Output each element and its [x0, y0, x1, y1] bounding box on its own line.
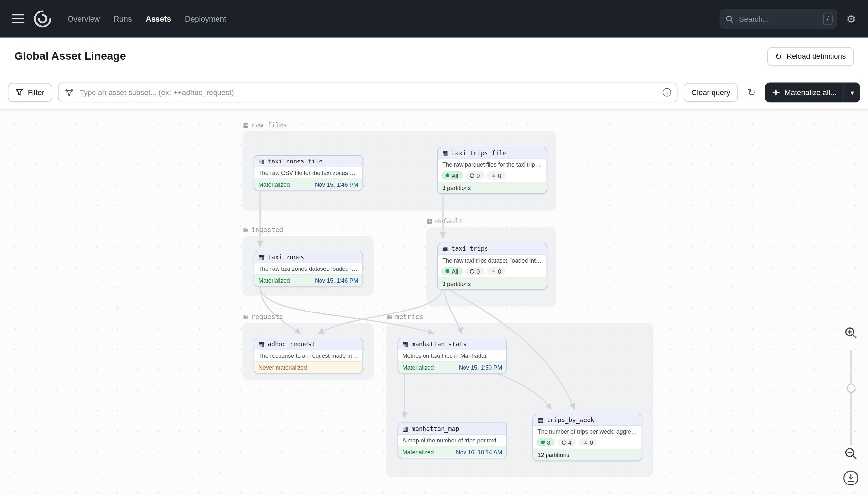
asset-description: The raw taxi zones dataset, loaded int..…: [254, 263, 363, 274]
nav-item-deployment[interactable]: Deployment: [185, 14, 226, 23]
table-icon: ▦: [442, 150, 448, 156]
asset-description: The raw taxi trips dataset, loaded into …: [438, 255, 547, 266]
asset-name: adhoc_request: [268, 340, 315, 348]
asset-description: Metrics on taxi trips in Manhattan: [398, 350, 507, 361]
table-icon: ▦: [244, 121, 248, 129]
partitions-count: 12 partitions: [533, 449, 642, 460]
group-name: default: [435, 217, 463, 225]
lineage-canvas[interactable]: ▦ raw_files ▦ ingested ▦ default ▦ reque…: [0, 109, 868, 495]
asset-node-header: ▦ taxi_trips: [438, 243, 547, 255]
group-label-ingested[interactable]: ▦ ingested: [244, 225, 283, 234]
download-view-button[interactable]: [843, 470, 859, 487]
asset-query-input[interactable]: [79, 88, 658, 97]
zoom-slider-handle[interactable]: [847, 384, 855, 392]
zoom-out-icon: [844, 446, 858, 461]
asset-description: The response to an request made in th...: [254, 350, 363, 361]
partitions-failed-chip[interactable]: ▲ 0: [487, 171, 506, 179]
asset-status-footer: Materialized Nov 16, 10:14 AM: [398, 446, 507, 457]
hamburger-menu-icon[interactable]: [12, 13, 25, 25]
zoom-out-button[interactable]: [844, 446, 858, 461]
partitions-count: 3 partitions: [438, 277, 547, 289]
green-dot-icon: [541, 441, 545, 444]
table-icon: ▦: [259, 254, 264, 260]
circle-outline-icon: [470, 173, 474, 177]
asset-node-adhoc-request[interactable]: ▦ adhoc_request The response to an reque…: [253, 338, 363, 373]
partitions-success-chip[interactable]: 8: [536, 438, 554, 446]
green-dot-icon: [445, 269, 449, 273]
materialized-timestamp[interactable]: Nov 15, 1:46 PM: [315, 180, 358, 188]
clear-query-label: Clear query: [692, 88, 730, 96]
materialize-all-button[interactable]: Materialize all...: [765, 82, 844, 102]
asset-node-taxi-zones-file[interactable]: ▦ taxi_zones_file The raw CSV file for t…: [253, 155, 363, 191]
asset-node-manhattan-stats[interactable]: ▦ manhattan_stats Metrics on taxi trips …: [397, 338, 507, 373]
table-icon: ▦: [387, 312, 392, 321]
asset-description: The number of trips per week, aggreg...: [533, 426, 642, 437]
asset-status-footer: Materialized Nov 15, 1:50 PM: [398, 361, 507, 373]
top-navbar: Overview Runs Assets Deployment / ⚙: [0, 0, 868, 38]
asset-description: The raw parquet files for the taxi trips…: [438, 159, 547, 170]
zoom-slider-track[interactable]: [850, 350, 852, 445]
green-dot-icon: [445, 173, 449, 177]
group-name: raw_files: [251, 121, 287, 129]
asset-query-field[interactable]: i: [58, 82, 678, 102]
asset-node-taxi-trips[interactable]: ▦ taxi_trips The raw taxi trips dataset,…: [437, 243, 547, 290]
refresh-icon: ↻: [747, 87, 756, 98]
circle-outline-icon: [470, 269, 474, 273]
group-label-metrics[interactable]: ▦ metrics: [387, 312, 423, 321]
reload-definitions-button[interactable]: ↻ Reload definitions: [767, 47, 854, 66]
partition-status-chips: 8 4 ▲ 0: [533, 437, 642, 448]
global-search-box[interactable]: /: [720, 9, 837, 29]
table-icon: ▦: [442, 245, 448, 252]
partition-status-chips: All 0 ▲ 0: [438, 266, 547, 277]
lineage-toolbar: Filter i Clear query ↻ Materialize al: [0, 75, 868, 110]
nav-item-overview[interactable]: Overview: [68, 14, 100, 23]
warning-triangle-icon: ▲: [491, 269, 496, 273]
asset-node-header: ▦ manhattan_map: [398, 423, 507, 434]
partitions-success-chip[interactable]: All: [441, 171, 463, 179]
partitions-failed-chip[interactable]: ▲ 0: [487, 267, 506, 275]
materialized-timestamp[interactable]: Nov 15, 1:50 PM: [459, 363, 502, 371]
asset-description: The raw CSV file for the taxi zones dat.…: [254, 167, 363, 178]
nav-item-runs[interactable]: Runs: [114, 14, 132, 23]
partitions-missing-chip[interactable]: 0: [465, 171, 484, 179]
asset-node-taxi-trips-file[interactable]: ▦ taxi_trips_file The raw parquet files …: [437, 147, 547, 194]
asset-node-header: ▦ taxi_trips_file: [438, 148, 547, 159]
asset-node-trips-by-week[interactable]: ▦ trips_by_week The number of trips per …: [532, 414, 642, 461]
zoom-in-button[interactable]: [844, 326, 858, 340]
group-label-raw-files[interactable]: ▦ raw_files: [244, 121, 287, 129]
asset-node-taxi-zones[interactable]: ▦ taxi_zones The raw taxi zones dataset,…: [253, 251, 363, 286]
partitions-missing-chip[interactable]: 0: [465, 267, 484, 275]
main-nav: Overview Runs Assets Deployment: [68, 14, 226, 23]
group-label-requests[interactable]: ▦ requests: [244, 312, 283, 321]
nav-item-assets[interactable]: Assets: [146, 14, 171, 23]
dagster-logo[interactable]: [32, 8, 53, 29]
clear-query-button[interactable]: Clear query: [684, 83, 738, 101]
table-icon: ▦: [403, 341, 408, 347]
asset-description: A map of the number of trips per taxi z.…: [398, 435, 507, 446]
materialized-timestamp[interactable]: Nov 15, 1:46 PM: [315, 276, 358, 284]
reload-definitions-label: Reload definitions: [786, 52, 846, 61]
asset-node-header: ▦ adhoc_request: [254, 338, 363, 350]
partitions-count: 3 partitions: [438, 182, 547, 193]
group-label-default[interactable]: ▦ default: [427, 217, 463, 225]
gear-icon[interactable]: ⚙: [846, 14, 856, 24]
asset-name: manhattan_stats: [411, 340, 466, 348]
table-icon: ▦: [244, 312, 248, 321]
search-input[interactable]: [738, 14, 818, 24]
partitions-success-chip[interactable]: All: [441, 267, 463, 275]
never-materialized-status: Never materialized: [259, 363, 307, 371]
asset-node-manhattan-map[interactable]: ▦ manhattan_map A map of the number of t…: [397, 423, 507, 458]
materialized-status: Materialized: [403, 448, 434, 456]
asset-node-header: ▦ taxi_zones: [254, 252, 363, 263]
asset-name: taxi_trips_file: [451, 149, 507, 157]
partitions-missing-chip[interactable]: 4: [557, 438, 576, 446]
filter-button[interactable]: Filter: [8, 83, 52, 101]
group-name: requests: [251, 313, 283, 321]
partitions-failed-chip[interactable]: ▲ 0: [579, 438, 598, 446]
page-title: Global Asset Lineage: [14, 50, 126, 63]
materialize-options-button[interactable]: ▾: [844, 82, 861, 102]
materialized-timestamp[interactable]: Nov 16, 10:14 AM: [456, 448, 502, 456]
refresh-graph-button[interactable]: ↻: [744, 86, 759, 98]
asset-status-footer: Never materialized: [254, 361, 363, 373]
info-icon[interactable]: i: [663, 88, 671, 96]
